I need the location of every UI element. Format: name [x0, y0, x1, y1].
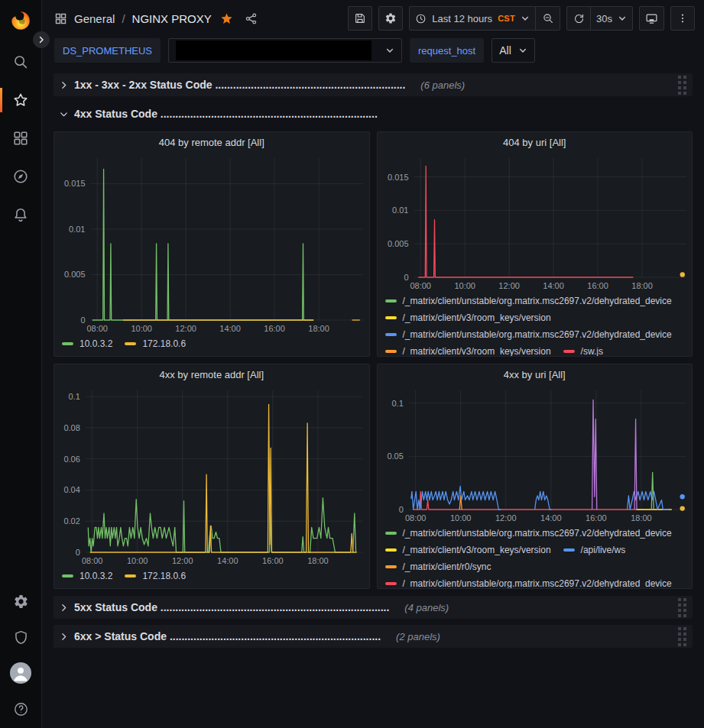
svg-text:14:00: 14:00	[540, 513, 562, 523]
svg-text:18:00: 18:00	[308, 324, 329, 333]
panel-title[interactable]: 4xx by remote addr [All]	[54, 364, 369, 386]
row-header-5xx[interactable]: 5xx Status Code ........................…	[54, 596, 693, 619]
panel-title[interactable]: 4xx by uri [All]	[378, 364, 693, 386]
time-range-picker[interactable]: Last 12 hours CST	[409, 6, 536, 31]
favorite-star-icon[interactable]	[220, 12, 233, 25]
row-drag-handle[interactable]	[678, 598, 686, 617]
svg-text:0.01: 0.01	[392, 205, 408, 215]
time-series-chart[interactable]: 08:0010:0012:0014:0016:0018:0000.0050.01…	[54, 154, 369, 335]
sidebar-item-profile[interactable]	[0, 663, 42, 683]
breadcrumb: General / NGINX PROXY	[54, 12, 212, 25]
panel-legend: /_matrix/client/unstable/org.matrix.msc2…	[378, 293, 693, 356]
more-options-button[interactable]	[670, 6, 695, 31]
chevron-down-icon	[59, 109, 69, 119]
sidebar-item-help[interactable]	[0, 699, 42, 719]
svg-text:0.04: 0.04	[63, 485, 79, 494]
sidebar-item-server-admin[interactable]	[0, 627, 42, 647]
svg-text:16:00: 16:00	[587, 281, 608, 290]
legend-item[interactable]: /_matrix/client/v3/room_keys/version	[385, 544, 551, 556]
legend-item[interactable]: /_matrix/client/v3/room_keys/version	[385, 312, 551, 324]
dashboard-content: 1xx - 3xx - 2xx Status Code ............…	[42, 69, 704, 728]
shield-icon	[13, 629, 29, 645]
legend-series-marker	[385, 565, 397, 568]
time-series-chart[interactable]: 08:0010:0012:0014:0016:0018:0000.050.1	[378, 386, 693, 525]
legend-series-label: /sw.js	[581, 346, 603, 356]
panel-4xx-by-remote-addr: 4xx by remote addr [All] 08:0010:0012:00…	[54, 364, 370, 589]
sidebar-item-search[interactable]	[0, 52, 42, 72]
request-host-value: All	[499, 44, 511, 57]
refresh-group: 30s	[566, 6, 633, 31]
row-drag-handle[interactable]	[678, 76, 686, 95]
save-icon	[354, 12, 366, 24]
row-panel-count: (2 panels)	[396, 631, 440, 642]
legend-item[interactable]: /_matrix/client/v3/room_keys/version	[385, 345, 551, 356]
toolbar-right: Last 12 hours CST 30s	[348, 6, 695, 31]
sidebar-expand-button[interactable]	[33, 31, 50, 48]
row-header-1xx-3xx-2xx[interactable]: 1xx - 3xx - 2xx Status Code ............…	[54, 73, 693, 96]
legend-item[interactable]: /_matrix/client/unstable/org.matrix.msc2…	[385, 578, 672, 588]
grafana-logo-icon[interactable]	[9, 9, 32, 32]
save-dashboard-button[interactable]	[348, 6, 372, 31]
row-drag-handle[interactable]	[678, 627, 686, 646]
svg-text:0: 0	[404, 273, 408, 282]
dashboard-grid-icon[interactable]	[54, 12, 67, 25]
share-icon[interactable]	[245, 12, 258, 25]
refresh-interval-picker[interactable]: 30s	[591, 6, 633, 31]
row-header-4xx[interactable]: 4xx Status Code ........................…	[54, 102, 693, 125]
legend-series-marker	[385, 350, 397, 353]
row-header-6xx[interactable]: 6xx > Status Code ......................…	[54, 625, 693, 648]
legend-series-label: 10.0.3.2	[79, 571, 112, 581]
legend-item[interactable]: /_matrix/client/unstable/org.matrix.msc2…	[385, 527, 672, 539]
sidebar-item-explore[interactable]	[0, 167, 42, 186]
svg-text:16:00: 16:00	[262, 556, 284, 565]
legend-item[interactable]: 10.0.3.2	[62, 338, 112, 350]
person-icon	[10, 662, 31, 684]
legend-item[interactable]: /_matrix/client/r0/sync	[385, 561, 492, 573]
sidebar-item-dashboards[interactable]	[0, 128, 42, 148]
zoom-out-button[interactable]	[536, 6, 560, 31]
row-title: 4xx Status Code ........................…	[74, 108, 378, 120]
gear-icon	[13, 594, 29, 610]
panel-title[interactable]: 404 by uri [All]	[378, 132, 693, 154]
breadcrumb-folder[interactable]: General	[74, 12, 115, 25]
svg-text:0.015: 0.015	[64, 179, 86, 188]
sidebar-item-starred[interactable]	[0, 90, 42, 110]
svg-text:10:00: 10:00	[131, 324, 152, 333]
panel-404-by-uri: 404 by uri [All] 08:0010:0012:0014:0016:…	[377, 131, 693, 357]
svg-text:0.01: 0.01	[69, 225, 85, 234]
legend-item[interactable]: /_matrix/client/unstable/org.matrix.msc2…	[385, 328, 672, 341]
refresh-button[interactable]	[566, 6, 591, 31]
cycle-view-button[interactable]	[639, 6, 664, 31]
legend-series-label: /_matrix/client/v3/room_keys/version	[403, 346, 551, 356]
legend-item[interactable]: 10.0.3.2	[62, 570, 112, 582]
clock-icon	[415, 13, 427, 24]
legend-item[interactable]: 172.18.0.6	[125, 570, 186, 582]
dashboard-settings-button[interactable]	[378, 6, 403, 31]
svg-text:12:00: 12:00	[172, 556, 193, 565]
svg-text:0.1: 0.1	[391, 399, 403, 408]
row-panel-count: (4 panels)	[404, 602, 449, 613]
time-series-chart[interactable]: 08:0010:0012:0014:0016:0018:0000.0050.01…	[378, 154, 693, 293]
panel-4xx-by-uri: 4xx by uri [All] 08:0010:0012:0014:0016:…	[377, 364, 693, 589]
svg-text:0.005: 0.005	[64, 270, 86, 279]
panel-title[interactable]: 404 by remote addr [All]	[54, 132, 369, 154]
breadcrumb-dashboard-title[interactable]: NGINX PROXY	[132, 12, 212, 25]
legend-item[interactable]: /api/live/ws	[563, 544, 626, 556]
chevron-down-icon	[618, 14, 627, 23]
legend-series-label: /_matrix/client/v3/room_keys/version	[403, 312, 551, 323]
ds-prometheus-select[interactable]	[168, 38, 402, 63]
request-host-select[interactable]: All	[492, 38, 535, 63]
refresh-icon	[573, 13, 585, 24]
legend-item[interactable]: 172.18.0.6	[125, 338, 186, 350]
legend-item[interactable]: /sw.js	[563, 345, 603, 356]
legend-item[interactable]: /_matrix/client/unstable/org.matrix.msc2…	[385, 295, 672, 307]
help-circle-icon	[13, 701, 29, 717]
sidebar-item-settings[interactable]	[0, 591, 42, 611]
redacted-value	[176, 40, 371, 60]
variable-label-request-host: request_host	[410, 38, 484, 63]
time-series-chart[interactable]: 08:0010:0012:0014:0016:0018:0000.020.040…	[54, 386, 369, 568]
svg-text:12:00: 12:00	[495, 513, 517, 523]
svg-text:08:00: 08:00	[410, 281, 431, 290]
sidebar-item-alerting[interactable]	[0, 205, 42, 225]
chevron-down-icon	[521, 14, 530, 23]
